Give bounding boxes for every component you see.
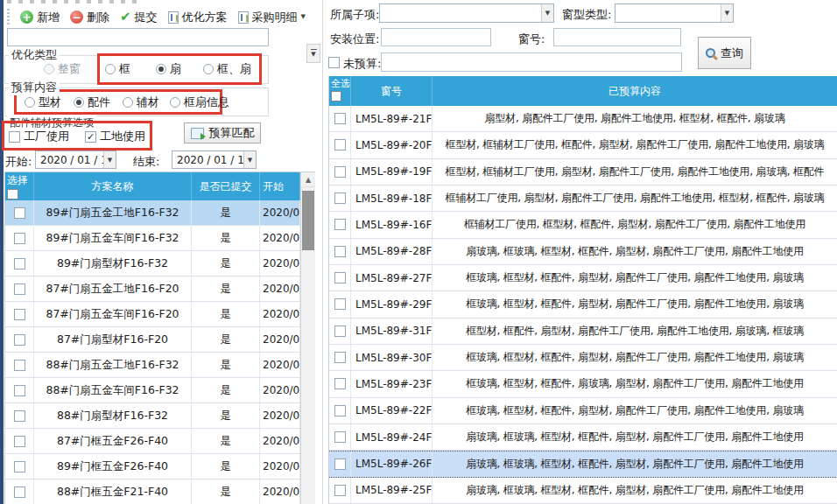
window-budget-row[interactable]: LM5L-89#-28F26扇玻璃, 框玻璃, 框型材, 框配件, 扇型材, 扇… — [329, 239, 837, 265]
row-checkbox[interactable] — [334, 166, 346, 178]
window-budget-row[interactable]: LM5L-89#-24F22扇玻璃, 框玻璃, 框型材, 框配件, 扇型材, 扇… — [329, 424, 837, 451]
row-checkbox[interactable] — [14, 233, 25, 244]
row-checkbox[interactable] — [14, 486, 25, 498]
plan-name-cell[interactable]: 89#门扇五金工地F16-F32 — [34, 200, 192, 225]
window-budget-row[interactable]: LM5L-89#-21F19扇型材, 扇配件工厂使用, 扇配件工地使用, 框型材… — [329, 106, 837, 132]
row-checkbox[interactable] — [14, 207, 25, 219]
plan-name-cell[interactable]: 87#门框五金F26-F40 — [34, 429, 192, 453]
row-checkbox[interactable] — [334, 272, 346, 284]
window-no-cell[interactable]: LM5L-89#-18F16 — [351, 186, 433, 211]
query-button[interactable]: 查询 — [698, 37, 751, 69]
plan-name-cell[interactable]: 87#门扇五金车间F16-F20 — [34, 302, 192, 326]
window-type-dropdown[interactable]: ▼ — [615, 4, 734, 23]
plan-table-row[interactable]: 88#门框五金F21-F40是2020/0 — [5, 480, 300, 504]
plan-table-scrollbar[interactable]: ▲ — [300, 172, 315, 504]
plan-table-row[interactable]: 89#门扇五金车间F16-F32是2020/0 — [5, 226, 300, 251]
plan-filter-input[interactable] — [7, 28, 269, 46]
window-no-cell[interactable]: LM5L-89#-30F28 — [351, 345, 433, 370]
row-checkbox[interactable] — [14, 360, 25, 371]
plan-name-cell[interactable]: 88#门扇五金车间F16-F32 — [34, 378, 192, 402]
window-budget-row[interactable]: LM5L-89#-23F21框玻璃, 框型材, 框配件, 扇玻璃, 扇型材, 扇… — [329, 371, 837, 397]
plan-name-cell[interactable]: 87#门扇型材F16-F20 — [34, 327, 192, 352]
toolbar-overflow-button[interactable]: ▼ — [306, 44, 320, 63]
unbudgeted-input[interactable] — [381, 52, 682, 72]
chevron-down-icon[interactable]: ▼ — [103, 151, 116, 168]
window-no-cell[interactable]: LM5L-89#-19F17 — [351, 159, 433, 185]
select-all-checkbox[interactable] — [331, 91, 341, 102]
add-button[interactable]: + 新增 — [20, 10, 60, 25]
window-no-cell[interactable]: LM5L-89#-21F19 — [351, 106, 433, 131]
plan-table-row[interactable]: 89#门扇五金工地F16-F32是2020/0 — [5, 200, 300, 226]
row-checkbox[interactable] — [14, 436, 25, 447]
chevron-down-icon[interactable]: ▼ — [541, 4, 553, 22]
row-checkbox[interactable] — [334, 485, 346, 496]
scrollbar-thumb[interactable] — [302, 191, 314, 250]
window-budget-row[interactable]: LM5L-89#-20F18框型材, 框辅材工厂使用, 框配件, 扇型材, 扇配… — [329, 132, 837, 158]
row-checkbox[interactable] — [14, 385, 25, 396]
plan-table-row[interactable]: 88#门扇五金车间F16-F32是2020/0 — [5, 378, 300, 403]
row-checkbox[interactable] — [14, 309, 25, 320]
row-checkbox[interactable] — [334, 113, 346, 124]
window-budget-row[interactable]: LM5L-89#-18F16框辅材工厂使用, 扇型材, 扇配件工厂使用, 扇配件… — [329, 186, 837, 212]
chevron-down-icon[interactable]: ▼ — [721, 4, 733, 22]
purchase-detail-button[interactable]: 采购明细 ▼ — [238, 10, 306, 25]
scroll-up-icon[interactable]: ▲ — [301, 172, 315, 187]
window-budget-row[interactable]: LM5L-89#-16F15框辅材工厂使用, 框型材, 框配件, 扇型材, 扇配… — [329, 212, 837, 238]
plan-name-cell[interactable]: 88#门扇五金工地F16-F32 — [34, 353, 192, 377]
window-no-cell[interactable]: LM5L-89#-16F15 — [351, 212, 433, 237]
plan-table-row[interactable]: 87#门扇五金车间F16-F20是2020/0 — [5, 302, 300, 327]
row-checkbox[interactable] — [14, 284, 25, 295]
radio-frame-sash[interactable]: 框、扇 — [203, 61, 251, 77]
row-checkbox[interactable] — [334, 139, 346, 150]
header-budgeted-content[interactable]: 已预算内容 — [433, 76, 837, 106]
window-budget-row[interactable]: LM5L-89#-26F24扇玻璃, 框玻璃, 框型材, 框配件, 扇型材, 扇… — [329, 451, 837, 477]
submit-button[interactable]: ✔ 提交 — [120, 10, 158, 25]
radio-accessory[interactable]: 配件 — [74, 94, 110, 110]
window-budget-row[interactable]: LM5L-89#-19F17框型材, 框辅材工厂使用, 扇型材, 扇配件工厂使用… — [329, 159, 837, 186]
plan-name-cell[interactable]: 87#门扇五金工地F16-F20 — [34, 276, 192, 301]
radio-frame[interactable]: 框 — [105, 61, 130, 77]
row-checkbox[interactable] — [334, 431, 346, 443]
select-all-checkbox[interactable] — [7, 189, 18, 200]
plan-table-row[interactable]: 89#门扇型材F16-F32是2020/0 — [5, 251, 300, 276]
row-checkbox[interactable] — [334, 192, 346, 204]
chevron-down-icon[interactable]: ▼ — [243, 151, 256, 168]
radio-whole-window[interactable]: 整窗 — [44, 61, 81, 77]
window-budget-row[interactable]: LM5L-89#-30F28框玻璃, 框型材, 框配件, 扇型材, 扇配件工厂使… — [329, 345, 837, 371]
header-window-no[interactable]: 窗号 — [351, 76, 433, 106]
row-checkbox[interactable] — [14, 334, 25, 346]
toolbar-grip[interactable] — [7, 9, 10, 26]
window-no-cell[interactable]: LM5L-89#-29F27 — [351, 291, 433, 317]
install-position-input[interactable] — [381, 28, 491, 46]
budget-match-button[interactable]: 预算匹配 — [184, 122, 261, 144]
plan-name-cell[interactable]: 89#门框五金F26-F40 — [34, 454, 192, 479]
window-no-cell[interactable]: LM5L-89#-24F22 — [351, 424, 433, 450]
plan-name-cell[interactable]: 89#门扇五金车间F16-F32 — [34, 226, 192, 250]
radio-frame-sash-info[interactable]: 框扇信息 — [170, 94, 229, 110]
checkbox-factory-use[interactable]: 工厂使用 — [9, 129, 69, 144]
header-plan-name[interactable]: 方案名称 — [34, 172, 192, 200]
window-budget-row[interactable]: LM5L-89#-22F20框玻璃, 框型材, 框配件, 扇型材, 扇配件工厂使… — [329, 398, 837, 424]
plan-table-row[interactable]: 88#门扇五金工地F16-F32是2020/0 — [5, 353, 300, 378]
plan-table-row[interactable]: 87#门扇五金工地F16-F20是2020/0 — [5, 276, 300, 302]
row-checkbox[interactable] — [334, 378, 346, 389]
row-checkbox[interactable] — [334, 219, 346, 230]
optimize-plan-button[interactable]: 优化方案 — [168, 10, 228, 25]
plan-table-row[interactable]: 89#门框五金F26-F40是2020/0 — [5, 454, 300, 480]
window-no-cell[interactable]: LM5L-89#-31F29 — [351, 318, 433, 344]
header-submitted[interactable]: 是否已提交 — [192, 172, 260, 200]
row-checkbox[interactable] — [334, 458, 346, 470]
window-no-cell[interactable]: LM5L-89#-26F24 — [351, 452, 433, 476]
date-start-picker[interactable]: 2020 / 01 / 1 ▼ — [35, 150, 116, 169]
window-no-cell[interactable]: LM5L-89#-23F21 — [351, 371, 433, 396]
window-budget-row[interactable]: LM5L-89#-25F23扇玻璃, 框玻璃, 框型材, 框配件, 扇型材, 扇… — [329, 478, 837, 504]
plan-name-cell[interactable]: 88#门框五金F21-F40 — [34, 480, 192, 504]
radio-auxiliary[interactable]: 辅材 — [123, 94, 159, 110]
window-no-cell[interactable]: LM5L-89#-22F20 — [351, 398, 433, 424]
plan-name-cell[interactable]: 88#门扇型材F16-F32 — [34, 403, 192, 428]
window-no-input[interactable] — [553, 28, 681, 46]
delete-button[interactable]: − 删除 — [70, 10, 109, 25]
plan-table-row[interactable]: 87#门框五金F26-F40是2020/0 — [5, 429, 300, 454]
checkbox-site-use[interactable]: ✓工地使用 — [85, 129, 145, 144]
row-checkbox[interactable] — [334, 326, 346, 337]
